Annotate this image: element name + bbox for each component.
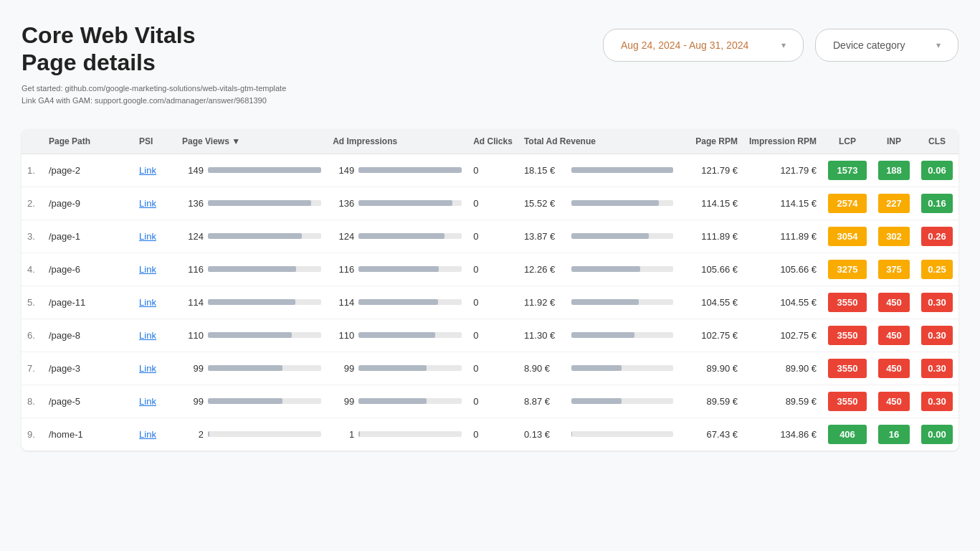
col-ad-impressions[interactable]: Ad Impressions [327,129,467,154]
table-row: 9. /home-1 Link 2 1 0 0.13 € 67.43 € 134… [22,418,958,451]
row-total-revenue: 0.13 € [518,418,679,451]
row-ad-clicks: 0 [467,253,518,286]
table-row: 7. /page-3 Link 99 99 0 8.90 € 89.90 € 8… [22,352,958,385]
row-lcp: 3054 [822,220,872,253]
row-psi[interactable]: Link [133,418,176,451]
row-inp: 450 [872,319,915,352]
row-impression-rpm: 114.15 € [743,187,822,220]
row-inp: 227 [872,187,915,220]
row-cls: 0.30 [915,319,958,352]
row-num: 8. [22,385,43,418]
row-lcp: 3550 [822,319,872,352]
col-impression-rpm[interactable]: Impression RPM [743,129,822,154]
row-lcp: 3275 [822,253,872,286]
row-page-rpm: 111.89 € [679,220,743,253]
row-psi[interactable]: Link [133,385,176,418]
row-psi[interactable]: Link [133,253,176,286]
row-inp: 188 [872,154,915,187]
row-impression-rpm: 89.59 € [743,385,822,418]
row-inp: 16 [872,418,915,451]
header-section: Core Web Vitals Page details Get started… [22,22,958,108]
row-page-rpm: 105.66 € [679,253,743,286]
row-impression-rpm: 121.79 € [743,154,822,187]
col-cls[interactable]: CLS [915,129,958,154]
device-category-dropdown[interactable]: Device category ▾ [815,29,958,62]
row-page-views: 2 [176,418,327,451]
row-ad-impressions: 1 [327,418,467,451]
table-row: 4. /page-6 Link 116 116 0 12.26 € 105.66… [22,253,958,286]
col-num [22,129,43,154]
row-cls: 0.30 [915,385,958,418]
date-range-value: Aug 24, 2024 - Aug 31, 2024 [621,39,748,51]
row-cls: 0.26 [915,220,958,253]
row-num: 4. [22,253,43,286]
row-page-views: 124 [176,220,327,253]
row-cls: 0.16 [915,187,958,220]
row-psi[interactable]: Link [133,319,176,352]
row-lcp: 406 [822,418,872,451]
row-cls: 0.30 [915,352,958,385]
col-page-path[interactable]: Page Path [43,129,133,154]
row-num: 7. [22,352,43,385]
col-page-views[interactable]: Page Views ▼ [176,129,327,154]
row-page-rpm: 89.90 € [679,352,743,385]
row-psi[interactable]: Link [133,352,176,385]
row-cls: 0.00 [915,418,958,451]
row-page-rpm: 114.15 € [679,187,743,220]
row-ad-impressions: 116 [327,253,467,286]
row-psi[interactable]: Link [133,286,176,319]
row-lcp: 3550 [822,286,872,319]
row-ad-impressions: 99 [327,352,467,385]
row-page-path: /page-11 [43,286,133,319]
table-row: 1. /page-2 Link 149 149 0 18.15 € 121.79… [22,154,958,187]
col-ad-clicks[interactable]: Ad Clicks [467,129,518,154]
row-page-rpm: 67.43 € [679,418,743,451]
row-inp: 450 [872,286,915,319]
col-inp[interactable]: INP [872,129,915,154]
row-inp: 302 [872,220,915,253]
row-lcp: 1573 [822,154,872,187]
row-psi[interactable]: Link [133,220,176,253]
row-page-rpm: 102.75 € [679,319,743,352]
table-row: 5. /page-11 Link 114 114 0 11.92 € 104.5… [22,286,958,319]
row-ad-clicks: 0 [467,319,518,352]
row-impression-rpm: 104.55 € [743,286,822,319]
col-psi: PSI [133,129,176,154]
row-ad-clicks: 0 [467,220,518,253]
row-psi[interactable]: Link [133,187,176,220]
row-total-revenue: 18.15 € [518,154,679,187]
title-block: Core Web Vitals Page details Get started… [22,22,286,108]
row-inp: 375 [872,253,915,286]
row-inp: 450 [872,352,915,385]
date-dropdown-arrow: ▾ [781,40,786,50]
row-page-rpm: 89.59 € [679,385,743,418]
row-ad-clicks: 0 [467,418,518,451]
col-lcp[interactable]: LCP [822,129,872,154]
date-range-dropdown[interactable]: Aug 24, 2024 - Aug 31, 2024 ▾ [603,29,804,62]
row-num: 6. [22,319,43,352]
row-psi[interactable]: Link [133,154,176,187]
row-page-views: 110 [176,319,327,352]
row-total-revenue: 11.30 € [518,319,679,352]
row-page-path: /page-3 [43,352,133,385]
col-total-revenue[interactable]: Total Ad Revenue [518,129,679,154]
page-subtitle: Get started: github.com/google-marketing… [22,83,286,108]
data-table: Page Path PSI Page Views ▼ Ad Impression… [22,129,958,451]
row-page-path: /page-6 [43,253,133,286]
table-row: 3. /page-1 Link 124 124 0 13.87 € 111.89… [22,220,958,253]
row-cls: 0.25 [915,253,958,286]
row-impression-rpm: 134.86 € [743,418,822,451]
row-total-revenue: 12.26 € [518,253,679,286]
row-page-rpm: 104.55 € [679,286,743,319]
row-inp: 450 [872,385,915,418]
col-page-rpm[interactable]: Page RPM [679,129,743,154]
row-page-path: /page-9 [43,187,133,220]
row-page-path: /page-1 [43,220,133,253]
row-cls: 0.06 [915,154,958,187]
filters-section: Aug 24, 2024 - Aug 31, 2024 ▾ Device cat… [603,29,958,62]
row-impression-rpm: 105.66 € [743,253,822,286]
row-page-path: /page-2 [43,154,133,187]
row-num: 3. [22,220,43,253]
row-page-views: 116 [176,253,327,286]
row-ad-clicks: 0 [467,154,518,187]
